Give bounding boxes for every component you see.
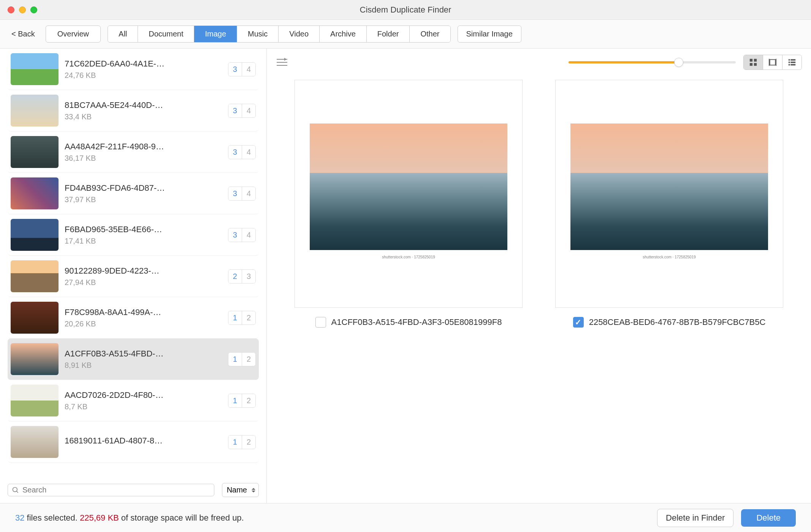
- list-item[interactable]: 81BC7AAA-5E24-440D-… 33,4 KB 3 4: [8, 90, 259, 131]
- toolbar: < Back Overview All Document Image Music…: [0, 20, 811, 49]
- total-badge: 4: [242, 146, 255, 159]
- delete-in-finder-button[interactable]: Delete in Finder: [657, 509, 733, 527]
- tab-music[interactable]: Music: [237, 26, 279, 42]
- view-list-button[interactable]: [782, 55, 801, 70]
- list-item[interactable]: F78C998A-8AA1-499A-… 20,26 KB 1 2: [8, 297, 259, 339]
- traffic-lights: [8, 6, 37, 13]
- list-item[interactable]: F6BAD965-35EB-4E66-… 17,41 KB 3 4: [8, 214, 259, 256]
- list-item-size: 33,4 KB: [65, 112, 224, 121]
- list-item[interactable]: 16819011-61AD-4807-8… 1 2: [8, 421, 259, 463]
- preview-image: shutterstock.com · 1725825019: [310, 124, 507, 264]
- view-grid-button[interactable]: [744, 55, 763, 70]
- list-item[interactable]: A1CFF0B3-A515-4FBD-… 8,91 KB 1 2: [8, 339, 259, 380]
- preview-image: shutterstock.com · 1725825019: [570, 124, 768, 264]
- selected-badge: 1: [228, 394, 242, 407]
- list-item-name: F6BAD965-35EB-4E66-…: [65, 225, 224, 234]
- preview-filename: 2258CEAB-BED6-4767-8B7B-B579FCBC7B5C: [589, 317, 766, 327]
- tab-other[interactable]: Other: [410, 26, 450, 42]
- total-badge: 2: [242, 311, 255, 325]
- svg-rect-16: [789, 64, 790, 66]
- total-badge: 4: [242, 63, 255, 76]
- list-item-thumbnail: [11, 136, 59, 168]
- category-tabs: All Document Image Music Video Archive F…: [108, 25, 450, 43]
- collapse-list-icon[interactable]: [276, 58, 288, 67]
- selected-badge: 3: [228, 228, 242, 242]
- tab-all[interactable]: All: [108, 26, 138, 42]
- list-item-name: 71C62DED-6AA0-4A1E-…: [65, 59, 224, 69]
- total-badge: 3: [242, 270, 255, 283]
- list-item-thumbnail: [11, 426, 59, 458]
- list-item-badges: 3 4: [228, 145, 256, 159]
- list-item-thumbnail: [11, 260, 59, 292]
- status-text: 32 files selected. 225,69 KB of storage …: [15, 513, 244, 523]
- preview-image-box[interactable]: shutterstock.com · 1725825019: [555, 80, 783, 308]
- list-item-badges: 3 4: [228, 187, 256, 201]
- list-icon: [788, 58, 796, 66]
- svg-rect-17: [790, 64, 795, 66]
- list-item-size: 27,94 KB: [65, 278, 224, 287]
- tab-document[interactable]: Document: [138, 26, 194, 42]
- search-field[interactable]: [8, 484, 214, 496]
- thumbnail-size-slider[interactable]: [569, 61, 736, 63]
- preview-checkbox[interactable]: [315, 317, 326, 328]
- selected-count: 32: [15, 513, 24, 522]
- tab-archive[interactable]: Archive: [320, 26, 367, 42]
- list-item-badges: 3 4: [228, 104, 256, 118]
- list-item-thumbnail: [11, 219, 59, 251]
- list-item[interactable]: 90122289-9DED-4223-… 27,94 KB 2 3: [8, 256, 259, 297]
- list-item[interactable]: AA48A42F-211F-4908-9… 36,17 KB 3 4: [8, 131, 259, 173]
- list-item-badges: 1 2: [228, 435, 256, 449]
- list-item-name: AA48A42F-211F-4908-9…: [65, 142, 224, 152]
- overview-button[interactable]: Overview: [46, 25, 101, 43]
- list-item-name: 90122289-9DED-4223-…: [65, 266, 224, 276]
- preview-card: shutterstock.com · 1725825019 2258CEAB-B…: [543, 80, 796, 328]
- list-item-thumbnail: [11, 343, 59, 375]
- sidebar: 71C62DED-6AA0-4A1E-… 24,76 KB 3 4 81BC7A…: [0, 49, 267, 503]
- preview-image-box[interactable]: shutterstock.com · 1725825019: [295, 80, 523, 308]
- similar-image-button[interactable]: Similar Image: [458, 25, 521, 43]
- list-item-name: F78C998A-8AA1-499A-…: [65, 307, 224, 317]
- view-compare-button[interactable]: [763, 55, 782, 70]
- list-item[interactable]: 71C62DED-6AA0-4A1E-… 24,76 KB 3 4: [8, 49, 259, 90]
- zoom-window-button[interactable]: [30, 6, 37, 13]
- selected-badge: 2: [228, 270, 242, 283]
- list-item-size: 20,26 KB: [65, 320, 224, 328]
- svg-rect-5: [750, 59, 752, 62]
- list-item-badges: 3 4: [228, 228, 256, 242]
- total-badge: 2: [242, 394, 255, 407]
- svg-line-1: [17, 491, 18, 492]
- selected-badge: 3: [228, 146, 242, 159]
- tab-image[interactable]: Image: [194, 26, 237, 42]
- delete-button[interactable]: Delete: [741, 509, 796, 527]
- duplicate-list[interactable]: 71C62DED-6AA0-4A1E-… 24,76 KB 3 4 81BC7A…: [0, 49, 266, 479]
- list-item-name: AACD7026-2D2D-4F80-…: [65, 390, 224, 400]
- preview-area: shutterstock.com · 1725825019 A1CFF0B3-A…: [267, 76, 811, 503]
- preview-checkbox[interactable]: [573, 317, 584, 328]
- total-badge: 4: [242, 187, 255, 200]
- window-title: Cisdem Duplicate Finder: [360, 5, 451, 15]
- svg-rect-8: [754, 63, 757, 66]
- list-item-size: 8,91 KB: [65, 361, 224, 370]
- slider-fill: [569, 61, 679, 63]
- svg-rect-14: [789, 62, 790, 63]
- tab-folder[interactable]: Folder: [367, 26, 410, 42]
- list-item[interactable]: FD4AB93C-FDA6-4D87-… 37,97 KB 3 4: [8, 173, 259, 214]
- tab-video[interactable]: Video: [279, 26, 320, 42]
- preview-panel: shutterstock.com · 1725825019 A1CFF0B3-A…: [267, 49, 811, 503]
- minimize-window-button[interactable]: [19, 6, 26, 13]
- close-window-button[interactable]: [8, 6, 14, 13]
- list-item[interactable]: AACD7026-2D2D-4F80-… 8,7 KB 1 2: [8, 380, 259, 421]
- search-input[interactable]: [22, 486, 210, 494]
- selected-badge: 1: [228, 311, 242, 325]
- svg-rect-6: [754, 59, 757, 62]
- list-item-name: FD4AB93C-FDA6-4D87-…: [65, 183, 224, 193]
- list-item-size: 37,97 KB: [65, 195, 224, 204]
- svg-point-0: [13, 487, 17, 492]
- sort-select[interactable]: Name: [222, 483, 259, 497]
- list-item-name: 81BC7AAA-5E24-440D-…: [65, 100, 224, 110]
- slider-thumb[interactable]: [674, 58, 683, 67]
- total-badge: 4: [242, 104, 255, 117]
- back-button[interactable]: < Back: [8, 27, 39, 41]
- list-item-badges: 2 3: [228, 269, 256, 283]
- footer: 32 files selected. 225,69 KB of storage …: [0, 503, 811, 532]
